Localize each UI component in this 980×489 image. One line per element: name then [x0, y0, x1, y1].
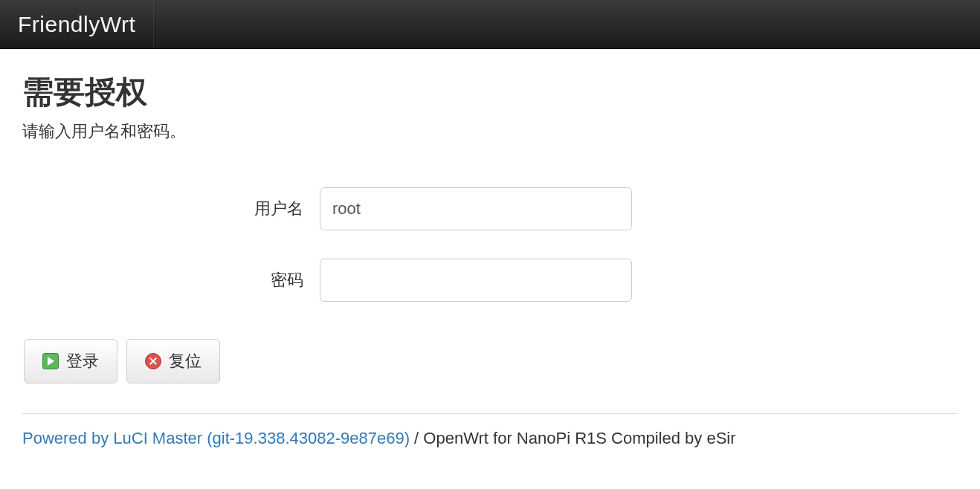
- password-input[interactable]: [320, 259, 632, 302]
- footer-tail: OpenWrt for NanoPi R1S Compiled by eSir: [423, 429, 735, 447]
- brand-title[interactable]: FriendlyWrt: [18, 0, 154, 48]
- username-row: 用户名: [22, 187, 958, 230]
- page-title: 需要授权: [22, 71, 958, 113]
- footer: Powered by LuCI Master (git-19.338.43082…: [0, 429, 980, 463]
- reset-button-label: 复位: [169, 350, 202, 372]
- page-subtitle: 请输入用户名和密码。: [22, 120, 958, 143]
- login-button-label: 登录: [66, 350, 99, 372]
- password-row: 密码: [22, 259, 958, 302]
- button-row: 登录 复位: [22, 339, 958, 383]
- password-label: 密码: [22, 269, 320, 291]
- footer-link[interactable]: Powered by LuCI Master (git-19.338.43082…: [22, 429, 410, 447]
- reset-button[interactable]: 复位: [126, 339, 220, 383]
- login-button[interactable]: 登录: [24, 339, 117, 383]
- username-label: 用户名: [22, 198, 320, 220]
- username-input[interactable]: [320, 187, 632, 230]
- play-icon: [42, 353, 59, 369]
- close-icon: [145, 353, 161, 369]
- main-content: 需要授权 请输入用户名和密码。 用户名 密码 登录 复位: [0, 49, 980, 383]
- footer-separator: /: [410, 429, 423, 447]
- footer-divider: [22, 413, 958, 414]
- navbar: FriendlyWrt: [0, 0, 980, 49]
